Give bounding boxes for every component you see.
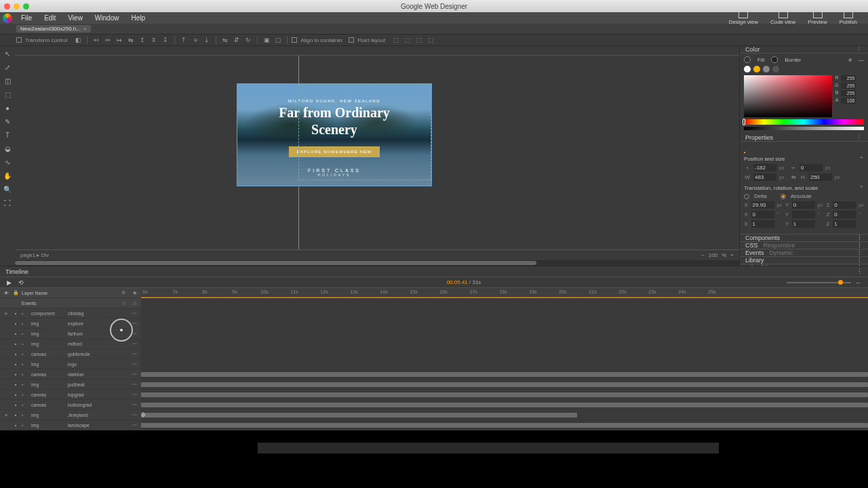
sx-input[interactable]: [751, 220, 774, 228]
visibility-icon[interactable]: 👁: [3, 291, 9, 296]
loop-button-icon[interactable]: ⟲: [18, 279, 24, 286]
easing-icon[interactable]: 〰: [130, 342, 138, 346]
visibility-toggle-icon[interactable]: ▪: [12, 362, 19, 367]
align-bottom-icon[interactable]: ↧: [161, 36, 170, 44]
dist-top-icon[interactable]: ⤒: [179, 36, 189, 44]
element-tool-icon[interactable]: ◫: [3, 76, 12, 85]
sy-input[interactable]: [792, 220, 815, 228]
lock-toggle-icon[interactable]: ▪: [22, 331, 28, 336]
visibility-toggle-icon[interactable]: ▪: [12, 352, 19, 357]
zoom-value[interactable]: 100: [709, 252, 717, 258]
align-right-icon[interactable]: ↦: [115, 36, 124, 44]
canvas[interactable]: MILFORD SOUND, NEW ZEALAND Far from Ordi…: [15, 56, 739, 249]
linear-grad-icon[interactable]: [753, 66, 760, 73]
close-window-icon[interactable]: [4, 3, 10, 9]
layer-row[interactable]: ×▪▪componentclicktag〰: [0, 308, 141, 319]
visibility-toggle-icon[interactable]: ▪: [12, 342, 19, 346]
breadcrumb-element[interactable]: Div: [41, 252, 50, 258]
easing-icon[interactable]: 〰: [130, 321, 138, 326]
ry-input[interactable]: [792, 211, 815, 218]
visibility-toggle-icon[interactable]: ▪: [12, 423, 19, 428]
easing-icon[interactable]: 〰: [130, 372, 138, 377]
easing-icon[interactable]: 〰: [130, 413, 138, 418]
hue-handle[interactable]: [743, 119, 745, 125]
absolute-radio[interactable]: [781, 194, 786, 199]
fill-tool-icon[interactable]: ◒: [3, 144, 12, 153]
zoom-in-button[interactable]: +: [730, 252, 734, 258]
track-row[interactable]: [141, 400, 868, 410]
fluid-checkbox[interactable]: [349, 37, 354, 43]
align-top-icon[interactable]: ↥: [138, 36, 147, 44]
track-row[interactable]: [141, 359, 868, 369]
align-center-v-icon[interactable]: ⇕: [149, 36, 159, 44]
events-track[interactable]: [141, 298, 868, 308]
lock-toggle-icon[interactable]: ▪: [22, 352, 28, 357]
link-icon[interactable]: ⇆: [790, 174, 797, 180]
breadcrumb[interactable]: page1 ▸: [20, 252, 39, 258]
scrollbar-thumb[interactable]: [15, 261, 536, 265]
layer-row[interactable]: ▪▪imgjustbeat〰: [0, 380, 141, 390]
alpha-slider[interactable]: [744, 127, 864, 130]
minimize-window-icon[interactable]: [14, 3, 20, 9]
menu-view[interactable]: View: [62, 12, 89, 24]
preview-button[interactable]: Preview: [808, 12, 827, 25]
menu-help[interactable]: Help: [125, 12, 151, 24]
g-input[interactable]: [841, 83, 856, 89]
delta-radio[interactable]: [744, 194, 749, 199]
transform-tool-icon[interactable]: ⤢: [3, 62, 12, 72]
lock-toggle-icon[interactable]: ▪: [22, 392, 28, 397]
a-input[interactable]: [841, 98, 856, 104]
track-row[interactable]: [141, 329, 868, 339]
responsive-icon-1[interactable]: ⬚: [391, 36, 401, 44]
play-button-icon[interactable]: ▶: [7, 279, 12, 286]
r-input[interactable]: [841, 75, 856, 81]
flip-h-icon[interactable]: ⇋: [220, 36, 230, 44]
top-input[interactable]: [800, 164, 823, 171]
rz-input[interactable]: [833, 211, 856, 218]
easing-icon[interactable]: 〰: [130, 352, 138, 357]
selection-tool-icon[interactable]: ↖: [3, 49, 12, 58]
library-panel-header[interactable]: Library⋮: [740, 256, 868, 264]
send-back-icon[interactable]: ▢: [273, 36, 283, 44]
lock-toggle-icon[interactable]: ▪: [22, 362, 28, 367]
layer-row[interactable]: ▪▪imgexplore〰: [0, 319, 141, 329]
publish-button[interactable]: Publish: [840, 12, 857, 25]
track-row[interactable]: [141, 369, 868, 380]
properties-header[interactable]: Properties⋮: [740, 134, 868, 142]
timeline-zoom-slider[interactable]: [787, 282, 851, 283]
lock-toggle-icon[interactable]: ▪: [22, 413, 28, 418]
event-marker-icon[interactable]: ◇: [119, 300, 127, 306]
color-panel-header[interactable]: Color⋮: [740, 46, 868, 54]
layer-row[interactable]: ▪▪canvasbottomgrad〰: [0, 400, 141, 410]
easing-icon[interactable]: 〰: [130, 382, 138, 387]
height-input[interactable]: [809, 174, 832, 181]
dist-bot-icon[interactable]: ⤓: [202, 36, 212, 44]
collapse-icon[interactable]: ⌃: [859, 156, 864, 162]
tx-input[interactable]: [751, 201, 774, 209]
lock-toggle-icon[interactable]: ▪: [22, 311, 28, 316]
track-row[interactable]: [141, 319, 868, 329]
easing-icon[interactable]: 〰: [130, 362, 138, 367]
hue-slider[interactable]: [744, 119, 864, 125]
transform-checkbox[interactable]: [16, 37, 22, 43]
width-input[interactable]: [753, 174, 776, 181]
menu-window[interactable]: Window: [89, 12, 125, 24]
track-row[interactable]: [141, 390, 868, 400]
flip-v-icon[interactable]: ⇵: [232, 36, 241, 44]
bring-front-icon[interactable]: ▣: [262, 36, 271, 44]
ruler-horizontal[interactable]: [15, 46, 739, 56]
visibility-toggle-icon[interactable]: ▪: [12, 311, 19, 316]
zoom-handle[interactable]: [838, 280, 843, 285]
hand-tool-icon[interactable]: ✋: [3, 171, 12, 180]
track-row[interactable]: [141, 410, 868, 420]
pen-tool-icon[interactable]: ✎: [3, 117, 12, 126]
properties-tab[interactable]: [744, 144, 745, 153]
timeline-ruler[interactable]: 6s7s8s9s10s11s12s13s14s15s16s17s18s19s20…: [141, 288, 868, 298]
design-view-button[interactable]: Design view: [729, 12, 758, 25]
responsive-icon-2[interactable]: ⬚: [403, 36, 412, 44]
timeline-tracks[interactable]: 6s7s8s9s10s11s12s13s14s15s16s17s18s19s20…: [141, 288, 868, 430]
zoom-window-icon[interactable]: [23, 3, 29, 9]
track-row[interactable]: [141, 308, 868, 319]
lock-toggle-icon[interactable]: ▪: [22, 423, 28, 428]
solid-fill-icon[interactable]: [744, 66, 751, 73]
